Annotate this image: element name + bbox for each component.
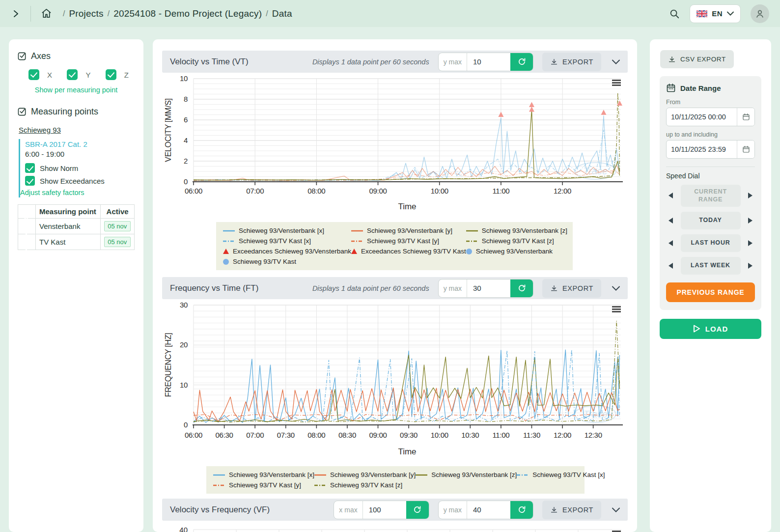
ft-chart-plot[interactable]: 010203006:0006:3007:0007:3008:0008:3009:… — [162, 299, 628, 461]
right-arrow-button[interactable] — [746, 260, 755, 271]
legend-marker — [351, 249, 357, 254]
language-selector[interactable]: EN — [690, 4, 741, 23]
sidebar-collapse-chevron-icon[interactable] — [11, 9, 21, 19]
legend-item[interactable]: Schieweg 93/Vensterbank [z] — [416, 471, 517, 478]
legend-item[interactable]: Schieweg 93/Vensterbank [y] — [351, 227, 466, 234]
export-button-vt[interactable]: EXPORT — [542, 53, 601, 71]
user-avatar[interactable] — [751, 4, 769, 23]
chart-header-vf: Velocity vs Frequency (VF) x max 100 y m… — [162, 499, 628, 521]
legend-item[interactable]: Schieweg 93/TV Kast [y] — [351, 237, 466, 245]
legend-item[interactable]: Schieweg 93/TV Kast [x] — [223, 237, 351, 245]
download-icon — [668, 56, 676, 63]
legend-item[interactable]: Schieweg 93/Vensterbank [z] — [466, 227, 567, 234]
legend-item[interactable]: Schieweg 93/Vensterbank [x] — [213, 471, 314, 478]
collapse-chevron-ft[interactable] — [612, 286, 620, 291]
from-date-input[interactable]: 10/11/2025 00:00 — [666, 108, 755, 126]
measuring-group-link[interactable]: Schieweg 93 — [19, 126, 61, 134]
refresh-ymax-button[interactable] — [510, 53, 533, 71]
measuring-points-title: Measuring points — [31, 107, 98, 117]
speed-dial-button-last-week[interactable]: LAST WEEK — [681, 257, 741, 275]
chart-header-vt: Velocity vs Time (VT) Displays 1 data po… — [162, 51, 628, 73]
breadcrumb-item[interactable]: Data — [272, 8, 292, 19]
export-button-ft[interactable]: EXPORT — [542, 279, 601, 298]
download-icon — [550, 58, 558, 66]
vt-chart-plot[interactable]: 024681006:0007:0008:0009:0010:0011:0012:… — [162, 73, 628, 217]
chevron-down-icon — [727, 11, 734, 16]
refresh-ymax-button[interactable] — [510, 280, 533, 297]
speed-dial-row: LAST WEEK — [666, 257, 755, 275]
export-button-vf[interactable]: EXPORT — [542, 501, 601, 519]
svg-text:07:00: 07:00 — [246, 187, 264, 195]
calendar-picker-icon[interactable] — [737, 108, 754, 126]
date-range-card: Date Range From 10/11/2025 00:00 up to a… — [660, 76, 761, 310]
svg-text:10:00: 10:00 — [431, 431, 448, 439]
speed-dial-row: LAST HOUR — [666, 234, 755, 252]
left-arrow-button[interactable] — [666, 190, 675, 201]
measuring-points-table: Measuring point Active Vensterbank05 nov… — [18, 204, 135, 250]
breadcrumb: /Projects/20254108 - Demo Project (Legac… — [59, 8, 292, 19]
adjust-safety-factors-link[interactable]: Adjust safety factors — [20, 189, 135, 196]
legend-item[interactable]: Exceedances Schieweg 93/Vensterbank — [223, 248, 351, 255]
axis-checkbox-z[interactable] — [106, 69, 116, 80]
legend-marker — [223, 229, 235, 232]
ymax-input[interactable]: 10 — [467, 53, 510, 71]
collapse-chevron-vf[interactable] — [612, 507, 620, 512]
svg-text:06:00: 06:00 — [185, 431, 202, 439]
show-per-measuring-point-link[interactable]: Show per measuring point — [18, 86, 135, 94]
axis-checkbox-x[interactable] — [28, 69, 39, 80]
refresh-xmax-button[interactable] — [406, 501, 429, 519]
left-arrow-button[interactable] — [666, 238, 675, 249]
collapse-chevron-vt[interactable] — [612, 59, 620, 64]
legend-item[interactable]: Schieweg 93/Vensterbank — [466, 248, 567, 255]
home-icon[interactable] — [41, 8, 52, 19]
checkbox-outline-icon — [18, 52, 27, 61]
svg-text:06:30: 06:30 — [216, 431, 233, 439]
legend-item[interactable]: Schieweg 93/TV Kast — [223, 258, 351, 265]
previous-range-button[interactable]: PREVIOUS RANGE — [666, 282, 755, 302]
ymax-input[interactable]: 40 — [467, 501, 510, 519]
axes-title: Axes — [31, 51, 51, 61]
xmax-input[interactable]: 100 — [363, 501, 406, 519]
to-date-input[interactable]: 10/11/2025 23:59 — [666, 140, 755, 159]
legend-item[interactable]: Exceedances Schieweg 93/TV Kast — [351, 248, 466, 255]
legend-item[interactable]: Schieweg 93/TV Kast [z] — [314, 481, 416, 489]
ymax-input[interactable]: 30 — [467, 280, 510, 297]
checkbox-outline-icon — [18, 107, 27, 116]
legend-item[interactable]: Schieweg 93/TV Kast [x] — [517, 471, 605, 478]
right-arrow-button[interactable] — [746, 215, 755, 226]
svg-text:12:00: 12:00 — [554, 187, 571, 195]
svg-text:10: 10 — [180, 381, 188, 389]
svg-text:VELOCITY [MM/S]: VELOCITY [MM/S] — [164, 98, 172, 162]
column-header-active: Active — [101, 205, 135, 219]
legend-item[interactable]: Schieweg 93/TV Kast [z] — [466, 237, 567, 245]
calendar-picker-icon[interactable] — [737, 140, 754, 158]
csv-export-button[interactable]: CSV EXPORT — [660, 50, 734, 68]
speed-dial-button-last-hour[interactable]: LAST HOUR — [681, 234, 741, 252]
breadcrumb-item[interactable]: 20254108 - Demo Project (Legacy) — [113, 8, 262, 19]
right-arrow-button[interactable] — [746, 190, 755, 201]
legend-item[interactable]: Schieweg 93/Vensterbank [x] — [223, 227, 351, 234]
calendar-icon — [666, 83, 676, 93]
chart-menu-icon[interactable] — [612, 80, 621, 86]
search-icon[interactable] — [669, 8, 680, 19]
axis-checkbox-y[interactable] — [67, 69, 78, 80]
vf-chart-plot[interactable]: 40 — [162, 521, 628, 532]
ymax-control-vt: y max 10 — [438, 53, 533, 71]
legend-marker — [213, 474, 225, 476]
breadcrumb-item[interactable]: Projects — [69, 8, 103, 19]
speed-dial-button-today[interactable]: TODAY — [681, 212, 741, 229]
left-arrow-button[interactable] — [666, 260, 675, 271]
ymax-control-vf: y max 40 — [438, 501, 533, 519]
right-arrow-button[interactable] — [746, 238, 755, 249]
load-button[interactable]: LOAD — [660, 319, 761, 339]
chart-menu-icon[interactable] — [612, 306, 621, 312]
svg-text:20: 20 — [180, 340, 188, 349]
data-controls-sidebar: CSV EXPORT Date Range From 10/11/2025 00… — [650, 39, 771, 532]
show-exceedances-checkbox[interactable] — [25, 176, 35, 186]
refresh-ymax-button[interactable] — [510, 501, 533, 519]
legend-item[interactable]: Schieweg 93/Vensterbank [y] — [314, 471, 416, 478]
left-arrow-button[interactable] — [666, 215, 675, 226]
chart-title-vf: Velocity vs Frequency (VF) — [170, 505, 270, 515]
show-norm-checkbox[interactable] — [25, 163, 35, 173]
legend-item[interactable]: Schieweg 93/TV Kast [y] — [213, 481, 314, 489]
